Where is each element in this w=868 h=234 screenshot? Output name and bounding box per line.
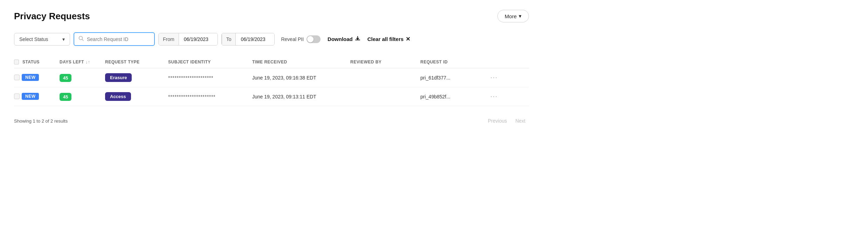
search-icon bbox=[78, 36, 84, 42]
date-range-from-wrap: From bbox=[158, 33, 218, 46]
chevron-down-icon: ▾ bbox=[519, 13, 522, 19]
row2-status-cell: NEW bbox=[14, 93, 60, 100]
reveal-pii-label: Reveal PII bbox=[281, 36, 304, 42]
to-label: To bbox=[222, 33, 236, 45]
to-date-input[interactable] bbox=[236, 33, 274, 45]
select-status-dropdown[interactable]: Select Status ▾ bbox=[14, 33, 70, 46]
col-header-reviewed-by: REVIEWED BY bbox=[350, 59, 420, 64]
row1-actions-menu[interactable]: ··· bbox=[490, 74, 511, 81]
col-header-request-type: REQUEST TYPE bbox=[105, 59, 168, 64]
row1-checkbox[interactable] bbox=[14, 75, 20, 80]
svg-line-1 bbox=[82, 39, 83, 41]
more-button-label: More bbox=[505, 13, 517, 19]
row2-request-id: pri_49b852f... bbox=[420, 94, 490, 99]
row1-days-badge: 45 bbox=[60, 74, 71, 82]
pagination-row: Showing 1 to 2 of 2 results Previous Nex… bbox=[14, 116, 529, 126]
next-button[interactable]: Next bbox=[512, 116, 529, 126]
row1-new-badge: NEW bbox=[22, 74, 39, 81]
row1-status-badge: NEW bbox=[14, 74, 39, 81]
col-header-status: STATUS bbox=[14, 59, 60, 64]
download-icon bbox=[355, 36, 360, 42]
col-header-time-received: TIME RECEIVED bbox=[252, 59, 350, 64]
row2-checkbox[interactable] bbox=[14, 94, 20, 99]
row2-request-type-cell: Access bbox=[105, 92, 168, 101]
download-label: Download bbox=[328, 36, 353, 42]
sort-icon: ↓↑ bbox=[85, 59, 90, 64]
clear-filters-label: Clear all filters bbox=[367, 36, 404, 42]
download-button[interactable]: Download bbox=[328, 36, 360, 42]
toggle-knob bbox=[307, 36, 314, 42]
close-icon: ✕ bbox=[406, 36, 410, 42]
select-status-chevron-icon: ▾ bbox=[62, 36, 65, 42]
row1-time-received: June 19, 2023, 09:16:38 EDT bbox=[252, 75, 350, 81]
from-label: From bbox=[159, 33, 179, 45]
col-header-actions bbox=[490, 59, 511, 64]
search-input[interactable] bbox=[87, 36, 150, 42]
row2-actions-menu[interactable]: ··· bbox=[490, 93, 511, 100]
row2-subject-identity: ********************** bbox=[168, 94, 252, 99]
row2-days-badge: 45 bbox=[60, 93, 71, 101]
header-row: Privacy Requests More ▾ bbox=[14, 10, 529, 22]
search-input-wrap bbox=[74, 32, 155, 46]
col-status-checkbox bbox=[14, 60, 19, 64]
row1-request-id: pri_61df377... bbox=[420, 75, 490, 81]
previous-button[interactable]: Previous bbox=[484, 116, 510, 126]
table-row: NEW 45 Erasure ********************* Jun… bbox=[14, 68, 529, 87]
results-text: Showing 1 to 2 of 2 results bbox=[14, 118, 68, 124]
row2-new-badge: NEW bbox=[22, 93, 39, 100]
row2-days-left-cell: 45 bbox=[60, 94, 105, 99]
pagination-buttons: Previous Next bbox=[484, 116, 529, 126]
row1-status-cell: NEW bbox=[14, 74, 60, 81]
date-range-to-wrap: To bbox=[221, 33, 275, 46]
row1-request-type-cell: Erasure bbox=[105, 73, 168, 82]
clear-all-filters-button[interactable]: Clear all filters ✕ bbox=[367, 36, 410, 42]
row2-time-received: June 19, 2023, 09:13:11 EDT bbox=[252, 94, 350, 99]
page-title: Privacy Requests bbox=[14, 11, 90, 22]
table-header: STATUS DAYS LEFT ↓↑ REQUEST TYPE SUBJECT… bbox=[14, 56, 529, 68]
row1-request-type-badge: Erasure bbox=[105, 73, 132, 82]
col-header-days-left[interactable]: DAYS LEFT ↓↑ bbox=[60, 59, 105, 64]
select-status-label: Select Status bbox=[19, 36, 48, 42]
col-header-subject-identity: SUBJECT IDENTITY bbox=[168, 59, 252, 64]
row2-request-type-badge: Access bbox=[105, 92, 131, 101]
requests-table: STATUS DAYS LEFT ↓↑ REQUEST TYPE SUBJECT… bbox=[14, 56, 529, 106]
row1-days-left-cell: 45 bbox=[60, 75, 105, 81]
table-row: NEW 45 Access ********************** Jun… bbox=[14, 87, 529, 106]
reveal-pii-wrap: Reveal PII bbox=[281, 35, 321, 43]
filters-row: Select Status ▾ From To Reveal PII bbox=[14, 32, 529, 46]
reveal-pii-toggle[interactable] bbox=[306, 35, 321, 43]
col-header-request-id: REQUEST ID bbox=[420, 59, 490, 64]
more-button[interactable]: More ▾ bbox=[497, 10, 529, 22]
row1-subject-identity: ********************* bbox=[168, 75, 252, 81]
from-date-input[interactable] bbox=[179, 33, 218, 45]
row2-status-badge: NEW bbox=[14, 93, 39, 100]
